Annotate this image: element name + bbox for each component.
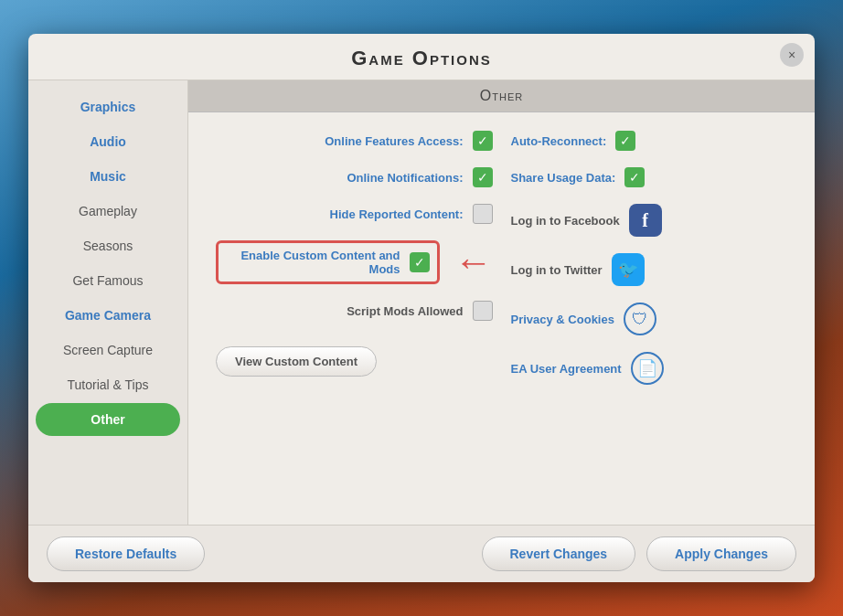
online-features-checkbox[interactable]: ✓: [473, 131, 493, 151]
privacy-shield-button[interactable]: 🛡: [624, 303, 656, 335]
online-features-label: Online Features Access:: [325, 134, 463, 148]
right-options-column: Auto-Reconnect: ✓ Share Usage Data: ✓: [511, 131, 788, 506]
check-icon: ✓: [477, 170, 488, 185]
ea-agreement-doc-button[interactable]: 📄: [631, 352, 664, 385]
sidebar-item-screen-capture[interactable]: Screen Capture: [36, 334, 180, 366]
share-usage-row: Share Usage Data: ✓: [511, 167, 788, 187]
ea-agreement-row: EA User Agreement 📄: [511, 352, 788, 385]
document-icon: 📄: [637, 358, 657, 378]
sidebar-item-game-camera[interactable]: Game Camera: [36, 299, 180, 332]
twitter-label: Log in to Twitter: [511, 263, 603, 277]
game-options-modal: Game Options × Graphics Audio Music Game…: [28, 34, 815, 582]
check-icon: ✓: [620, 133, 631, 148]
sidebar-item-tutorial-tips[interactable]: Tutorial & Tips: [36, 368, 180, 401]
sidebar-item-get-famous[interactable]: Get Famous: [36, 264, 180, 297]
online-notifications-checkbox[interactable]: ✓: [473, 167, 493, 187]
share-usage-checkbox[interactable]: ✓: [624, 167, 645, 187]
arrow-indicator: ←: [454, 243, 493, 281]
check-icon: ✓: [477, 133, 488, 148]
sidebar-item-gameplay[interactable]: Gameplay: [36, 195, 180, 228]
hide-reported-row: Hide Reported Content:: [216, 204, 493, 224]
online-notifications-row: Online Notifications: ✓: [216, 167, 493, 187]
enable-custom-row: Enable Custom Content and Mods ✓: [216, 240, 440, 284]
hide-reported-checkbox[interactable]: [473, 204, 493, 224]
facebook-icon: f: [642, 210, 648, 231]
hide-reported-label: Hide Reported Content:: [330, 207, 464, 221]
enable-custom-container: Enable Custom Content and Mods ✓ ←: [216, 240, 493, 284]
twitter-icon: 🐦: [618, 260, 638, 280]
sidebar: Graphics Audio Music Gameplay Seasons Ge…: [28, 80, 188, 525]
sidebar-item-graphics[interactable]: Graphics: [36, 90, 180, 123]
modal-footer: Restore Defaults Revert Changes Apply Ch…: [28, 525, 815, 582]
auto-reconnect-checkbox[interactable]: ✓: [615, 131, 635, 151]
facebook-row: Log in to Facebook f: [511, 204, 788, 237]
options-grid: Online Features Access: ✓ Online Notific…: [188, 112, 815, 525]
script-mods-label: Script Mods Allowed: [347, 304, 463, 318]
enable-custom-checkbox[interactable]: ✓: [410, 252, 430, 272]
twitter-row: Log in to Twitter 🐦: [511, 253, 788, 286]
main-content: Other Online Features Access: ✓ Online N…: [188, 80, 815, 525]
sidebar-item-seasons[interactable]: Seasons: [36, 229, 180, 262]
ea-agreement-label: EA User Agreement: [511, 362, 622, 376]
sidebar-item-audio[interactable]: Audio: [36, 125, 180, 158]
sidebar-item-music[interactable]: Music: [36, 160, 180, 193]
enable-custom-label: Enable Custom Content and Mods: [226, 249, 400, 276]
sidebar-item-other[interactable]: Other: [36, 403, 180, 436]
modal-title: Game Options: [351, 47, 492, 69]
script-mods-checkbox[interactable]: [473, 301, 493, 321]
facebook-label: Log in to Facebook: [511, 214, 620, 228]
privacy-label: Privacy & Cookies: [511, 313, 614, 326]
check-icon: ✓: [629, 170, 640, 185]
script-mods-row: Script Mods Allowed: [216, 301, 493, 321]
online-notifications-label: Online Notifications:: [347, 171, 463, 185]
restore-defaults-button[interactable]: Restore Defaults: [47, 536, 205, 571]
modal-body: Graphics Audio Music Gameplay Seasons Ge…: [28, 80, 815, 525]
auto-reconnect-row: Auto-Reconnect: ✓: [511, 131, 788, 151]
left-options-column: Online Features Access: ✓ Online Notific…: [216, 131, 493, 506]
share-usage-label: Share Usage Data:: [511, 171, 616, 185]
shield-icon: 🛡: [632, 310, 648, 329]
apply-changes-button[interactable]: Apply Changes: [646, 536, 796, 571]
modal-header: Game Options ×: [28, 34, 815, 80]
auto-reconnect-label: Auto-Reconnect:: [511, 134, 607, 148]
facebook-button[interactable]: f: [629, 204, 662, 237]
close-button[interactable]: ×: [780, 43, 804, 67]
privacy-row: Privacy & Cookies 🛡: [511, 303, 788, 335]
twitter-button[interactable]: 🐦: [612, 253, 645, 286]
check-icon: ✓: [414, 255, 425, 270]
view-custom-content-button[interactable]: View Custom Content: [216, 346, 377, 377]
revert-changes-button[interactable]: Revert Changes: [482, 536, 636, 571]
section-header: Other: [188, 80, 815, 112]
online-features-row: Online Features Access: ✓: [216, 131, 493, 151]
